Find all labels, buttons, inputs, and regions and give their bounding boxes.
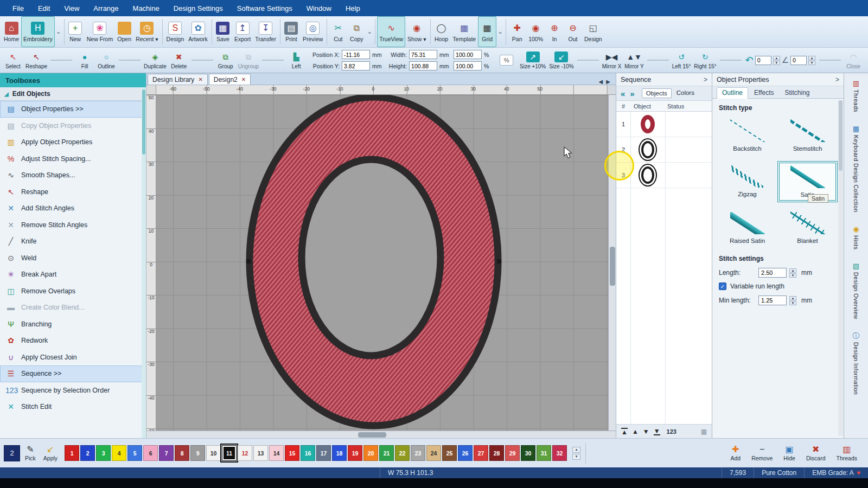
toolbox-item[interactable]: Ψ Branching	[0, 316, 146, 333]
position-x-input[interactable]	[342, 50, 370, 59]
toolbar-button[interactable]: ▦ Save	[214, 16, 232, 47]
color-swatch[interactable]: 4	[112, 445, 126, 461]
color-swatch[interactable]: 23	[411, 445, 425, 461]
toolbar-button[interactable]	[430, 19, 431, 44]
toolbar-button[interactable]: ↻ Right 15°	[692, 51, 718, 70]
toolbar-button[interactable]: ✿ Artwork	[186, 16, 210, 47]
stitch-type-tile[interactable]: Zigzag	[719, 163, 776, 201]
length-stepper[interactable]: ▲▼	[789, 268, 796, 278]
toolbar-button[interactable]: Open	[115, 16, 133, 47]
tab-scroll-right-icon[interactable]: ▶	[606, 79, 610, 85]
toolbar-button[interactable]	[375, 19, 375, 44]
toolbar-button[interactable]: ↥ Export	[232, 16, 253, 47]
selection-handle-right[interactable]	[497, 259, 501, 264]
toolbox-item[interactable]: ⊙ Weld	[0, 250, 146, 267]
sequence-by-number-button[interactable]: 123	[667, 428, 676, 435]
toolbar-button[interactable]: ❖ Hand	[864, 51, 868, 70]
toolbar-button[interactable]: ↧ Transfer	[253, 16, 278, 47]
sequence-grid-icon[interactable]: ▦	[701, 428, 707, 435]
menu-item[interactable]: Machine	[126, 0, 167, 16]
sequence-collapse-icon[interactable]: >	[704, 76, 707, 84]
color-swatch[interactable]: 19	[348, 445, 362, 461]
toolbar-button[interactable]: ◯ Hoop	[432, 16, 451, 47]
docked-panel-tab[interactable]: ⓘ Design Information	[853, 332, 860, 395]
sequence-jump-forward-button[interactable]: »	[629, 89, 635, 98]
length-input[interactable]	[758, 268, 787, 278]
toolbox-item[interactable]: ◫ Remove Overlaps	[0, 283, 146, 300]
toolbar-button[interactable]: ↗ Size +10%	[518, 51, 547, 70]
document-tab[interactable]: Design2 ✕	[209, 74, 251, 85]
docked-panel-tab[interactable]: ▧ Design Overview	[853, 262, 859, 319]
object-properties-tab[interactable]: Outline	[717, 87, 748, 99]
color-swatch[interactable]: 17	[316, 445, 331, 461]
toolbar-button[interactable]: ○ Outline	[95, 51, 117, 70]
toolbox-item[interactable]: 123 Sequence by Selection Order	[0, 382, 146, 399]
toolbox-item[interactable]: ∿ Smooth Shapes...	[0, 167, 146, 184]
toolbar-button[interactable]: H Embroidery	[21, 16, 55, 47]
rotate-icon[interactable]: ↶	[745, 54, 754, 66]
color-swatch[interactable]: 2	[80, 445, 95, 461]
color-swatch[interactable]: 3	[96, 445, 111, 461]
color-swatch[interactable]: 9	[190, 445, 205, 461]
toolbar-button[interactable]: ▲▼ Mirror Y	[623, 51, 645, 70]
position-y-input[interactable]	[342, 61, 370, 70]
palette-action-button[interactable]: ✖ Discard	[803, 444, 828, 462]
color-swatch[interactable]: 25	[442, 445, 457, 461]
menu-item[interactable]: Design Settings	[167, 0, 230, 16]
color-swatch[interactable]: 24	[426, 445, 441, 461]
toolbar-button[interactable]: ⧉ Ungroup	[237, 51, 260, 70]
menu-item[interactable]: Software Settings	[230, 0, 299, 16]
toolbox-item[interactable]: ✳ Break Apart	[0, 266, 146, 283]
toolbox-item[interactable]: ↖ Reshape	[0, 184, 146, 201]
toolbar-button[interactable]: ◉ Show ▾	[405, 16, 428, 47]
toolbar-button[interactable]: S Design	[164, 16, 187, 47]
height-input[interactable]	[409, 61, 437, 70]
menu-item[interactable]: File	[5, 0, 31, 16]
toolbar-button[interactable]: ❀ New From	[85, 16, 115, 47]
variable-run-length-checkbox[interactable]: ✓	[719, 282, 726, 290]
palette-action-button[interactable]: ▥ Threads	[833, 444, 860, 462]
color-swatch[interactable]: 12	[238, 445, 252, 461]
toolboxes-scrollbar[interactable]	[142, 87, 146, 438]
toolbar-button[interactable]	[506, 19, 506, 44]
toolbox-item[interactable]: % Adjust Stitch Spacing...	[0, 151, 146, 168]
toolbox-item[interactable]: ✕ Remove Stitch Angles	[0, 217, 146, 234]
toolbar-button[interactable]: ∿ TrueView	[377, 16, 405, 47]
toolbar-button[interactable]: ⌄	[55, 16, 62, 47]
toolbox-item[interactable]: ▤ Object Properties >>	[0, 101, 146, 118]
rotate-angle-input[interactable]	[755, 56, 771, 65]
skew-angle-input[interactable]	[790, 56, 807, 65]
scale-height-input[interactable]	[454, 61, 482, 70]
stitch-type-tile[interactable]: Backstitch	[719, 117, 776, 154]
move-to-bottom-button[interactable]: ▼	[654, 428, 660, 435]
toolbox-item[interactable]: ▥ Apply Object Properties	[0, 134, 146, 151]
menu-item[interactable]: Window	[299, 0, 339, 16]
apply-color-button[interactable]: ↙ Apply	[41, 444, 60, 462]
toolbar-button[interactable]: ◈ Duplicate	[142, 51, 168, 70]
move-to-top-button[interactable]: ▲	[621, 428, 628, 435]
toolbar-button[interactable]: ↙ Size -10%	[547, 51, 576, 70]
toolbox-item[interactable]: ✕ Stitch Edit	[0, 399, 146, 415]
edit-objects-section-header[interactable]: ◢ Edit Objects	[0, 87, 146, 101]
toolbar-button[interactable]: ✚ Pan	[508, 16, 526, 47]
toolbar-button[interactable]: ✂ Cut	[329, 16, 347, 47]
color-swatch[interactable]: 14	[269, 445, 284, 461]
toolbar-button[interactable]	[162, 19, 163, 44]
toolbox-item[interactable]: ✿ Redwork	[0, 332, 146, 349]
color-swatch[interactable]: 15	[285, 445, 299, 461]
pick-color-button[interactable]: ✎ Pick	[22, 444, 39, 462]
toolbar-button[interactable]: ● Fill	[74, 51, 95, 70]
toolbar-button[interactable]: + New	[66, 16, 85, 47]
color-swatch[interactable]: 20	[363, 445, 378, 461]
color-swatch[interactable]: 30	[521, 445, 535, 461]
object-properties-tab[interactable]: Stitching	[780, 88, 815, 98]
menu-item[interactable]: Help	[339, 0, 367, 16]
width-input[interactable]	[409, 50, 437, 59]
tab-close-icon[interactable]: ✕	[241, 76, 246, 82]
proportional-scale-button[interactable]: %	[498, 54, 515, 66]
color-swatch[interactable]: 22	[395, 445, 410, 461]
color-swatch[interactable]: 21	[379, 445, 394, 461]
toolbar-button[interactable]: ▦ Grid	[478, 16, 496, 47]
palette-action-button[interactable]: ▣ Hide	[781, 444, 798, 462]
toolbar-button[interactable]: ↖ Reshape	[24, 51, 49, 70]
